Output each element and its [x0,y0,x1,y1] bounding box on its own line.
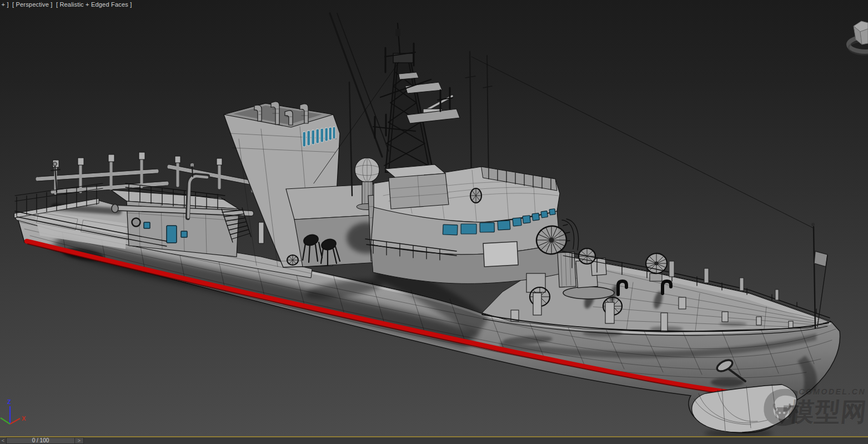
viewport-shading-button[interactable]: [ Realistic + Edged Faces ] [56,1,132,8]
viewport-label: [ + ] [ Perspective ] [ Realistic + Edge… [0,1,133,8]
time-slider[interactable]: 0 / 100 [6,437,75,444]
tower-antenna-mast [398,23,400,53]
bridge-roof-box [385,164,449,209]
timeline-track[interactable] [84,437,868,444]
radar-tower[interactable] [373,23,460,172]
roof-wheel [470,188,481,203]
antenna-ball [395,29,400,36]
track-bar: < 0 / 100 > [0,436,868,444]
bridge-masts[interactable] [465,52,492,186]
viewport-view-button[interactable]: [ Perspective ] [12,1,53,8]
world-axis-gizmo: Z X [1,398,26,424]
3d-viewport[interactable]: Z X [ + ] [ Perspective ] [ Realistic + … [0,0,868,436]
z-axis-label: Z [7,398,11,405]
next-frame-button[interactable]: > [75,437,84,444]
porthole [132,218,141,227]
x-axis-label: X [22,415,26,422]
winch-wheel-small-aft [287,255,298,265]
y-axis [1,418,10,424]
previous-frame-button[interactable]: < [0,437,6,444]
ship-model[interactable] [14,13,840,436]
scene-svg: Z X [0,0,868,436]
x-axis [10,418,20,424]
teal-door [167,226,177,243]
view-cube[interactable] [849,21,868,54]
bridge[interactable] [371,164,579,283]
sign-panel [483,242,518,267]
bow-flag [814,251,827,267]
viewport-menu-button[interactable]: [ + ] [0,1,9,8]
